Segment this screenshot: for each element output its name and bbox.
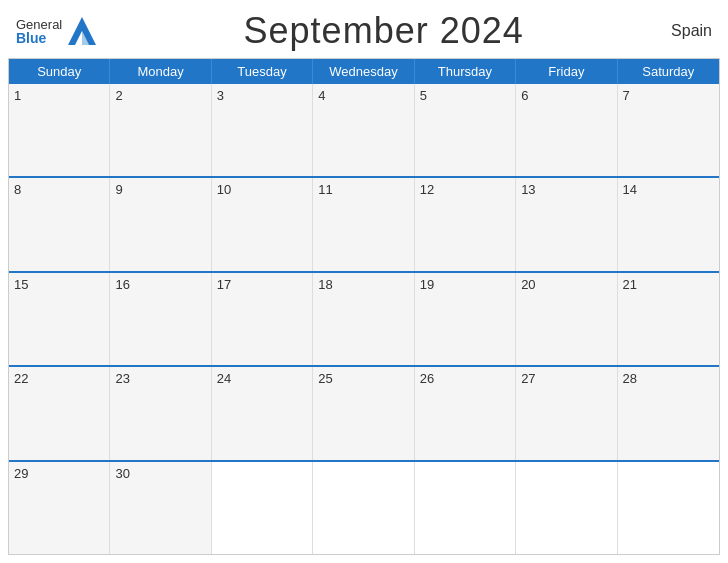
day-header-saturday: Saturday — [618, 59, 719, 84]
day-number: 25 — [318, 371, 332, 386]
day-cell: 30 — [110, 462, 211, 554]
calendar-grid: SundayMondayTuesdayWednesdayThursdayFrid… — [8, 58, 720, 555]
day-cell: 19 — [415, 273, 516, 365]
day-number: 4 — [318, 88, 325, 103]
logo: General Blue — [16, 17, 96, 45]
day-cell: 8 — [9, 178, 110, 270]
day-cell: 26 — [415, 367, 516, 459]
day-cell: 9 — [110, 178, 211, 270]
week-row-4: 22232425262728 — [9, 365, 719, 459]
day-cell: 23 — [110, 367, 211, 459]
day-cell: 14 — [618, 178, 719, 270]
day-number: 26 — [420, 371, 434, 386]
day-cell: 4 — [313, 84, 414, 176]
calendar-page: General Blue September 2024 Spain Sunday… — [0, 0, 728, 563]
day-cell: 24 — [212, 367, 313, 459]
day-number: 3 — [217, 88, 224, 103]
day-cell: 22 — [9, 367, 110, 459]
day-cell: 28 — [618, 367, 719, 459]
day-number: 12 — [420, 182, 434, 197]
week-row-3: 15161718192021 — [9, 271, 719, 365]
day-cell — [618, 462, 719, 554]
day-number: 10 — [217, 182, 231, 197]
day-cell: 6 — [516, 84, 617, 176]
day-cell: 12 — [415, 178, 516, 270]
day-cell: 27 — [516, 367, 617, 459]
day-cell: 3 — [212, 84, 313, 176]
day-number: 17 — [217, 277, 231, 292]
day-number: 5 — [420, 88, 427, 103]
day-number: 2 — [115, 88, 122, 103]
day-number: 1 — [14, 88, 21, 103]
day-number: 22 — [14, 371, 28, 386]
day-number: 9 — [115, 182, 122, 197]
weeks-container: 1234567891011121314151617181920212223242… — [9, 84, 719, 554]
page-header: General Blue September 2024 Spain — [0, 0, 728, 58]
week-row-2: 891011121314 — [9, 176, 719, 270]
day-cell: 29 — [9, 462, 110, 554]
day-cell: 2 — [110, 84, 211, 176]
day-cell — [415, 462, 516, 554]
day-cell: 21 — [618, 273, 719, 365]
day-number: 8 — [14, 182, 21, 197]
day-number: 21 — [623, 277, 637, 292]
country-label: Spain — [671, 22, 712, 40]
day-cell — [212, 462, 313, 554]
day-number: 23 — [115, 371, 129, 386]
day-number: 6 — [521, 88, 528, 103]
day-header-tuesday: Tuesday — [212, 59, 313, 84]
day-number: 18 — [318, 277, 332, 292]
day-cell: 25 — [313, 367, 414, 459]
day-header-thursday: Thursday — [415, 59, 516, 84]
day-header-sunday: Sunday — [9, 59, 110, 84]
day-header-friday: Friday — [516, 59, 617, 84]
day-number: 30 — [115, 466, 129, 481]
day-cell: 17 — [212, 273, 313, 365]
day-cell: 16 — [110, 273, 211, 365]
day-number: 24 — [217, 371, 231, 386]
day-cell: 1 — [9, 84, 110, 176]
day-header-monday: Monday — [110, 59, 211, 84]
day-cell: 11 — [313, 178, 414, 270]
logo-text: General Blue — [16, 18, 62, 45]
day-number: 28 — [623, 371, 637, 386]
days-header: SundayMondayTuesdayWednesdayThursdayFrid… — [9, 59, 719, 84]
page-title: September 2024 — [244, 10, 524, 52]
day-cell: 10 — [212, 178, 313, 270]
logo-blue-text: Blue — [16, 31, 62, 45]
day-header-wednesday: Wednesday — [313, 59, 414, 84]
day-cell: 15 — [9, 273, 110, 365]
week-row-5: 2930 — [9, 460, 719, 554]
day-cell: 13 — [516, 178, 617, 270]
day-number: 14 — [623, 182, 637, 197]
week-row-1: 1234567 — [9, 84, 719, 176]
day-cell: 20 — [516, 273, 617, 365]
day-number: 15 — [14, 277, 28, 292]
day-cell: 18 — [313, 273, 414, 365]
day-number: 11 — [318, 182, 332, 197]
day-cell — [313, 462, 414, 554]
day-number: 27 — [521, 371, 535, 386]
day-number: 29 — [14, 466, 28, 481]
day-number: 20 — [521, 277, 535, 292]
day-number: 7 — [623, 88, 630, 103]
day-number: 16 — [115, 277, 129, 292]
day-cell — [516, 462, 617, 554]
logo-icon — [68, 17, 96, 45]
day-number: 13 — [521, 182, 535, 197]
day-cell: 5 — [415, 84, 516, 176]
day-cell: 7 — [618, 84, 719, 176]
logo-general-text: General — [16, 18, 62, 31]
day-number: 19 — [420, 277, 434, 292]
